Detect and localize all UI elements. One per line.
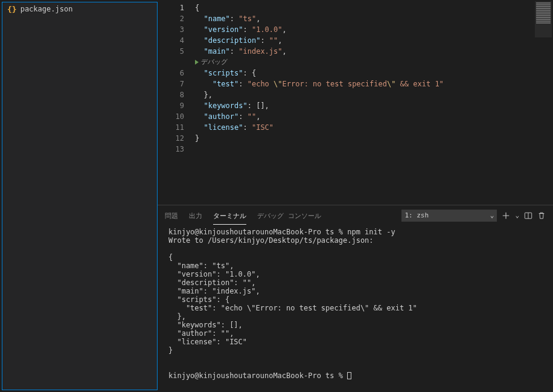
terminal-shell-select[interactable]: 1: zsh ⌄ — [401, 210, 497, 222]
code-line: "version": "1.0.0", — [195, 24, 444, 35]
code-line: "license": "ISC" — [195, 122, 444, 133]
kill-terminal-button[interactable] — [537, 211, 546, 220]
split-terminal-button[interactable] — [524, 211, 532, 220]
tab-debug-console[interactable]: デバッグ コンソール — [257, 207, 321, 224]
panel-actions: 1: zsh ⌄ ⌄ — [401, 210, 546, 222]
tab-problems[interactable]: 問題 — [165, 207, 178, 224]
code-content[interactable]: { "name": "ts", "version": "1.0.0", "des… — [195, 0, 444, 205]
play-icon — [195, 60, 199, 65]
main-area: 12345678910111213 { "name": "ts", "versi… — [158, 0, 553, 392]
explorer-sidebar[interactable]: {} package.json — [2, 2, 158, 390]
code-line: }, — [195, 89, 444, 100]
code-line: "scripts": { — [195, 68, 444, 79]
code-line: "name": "ts", — [195, 13, 444, 24]
shell-select-label: 1: zsh — [404, 211, 429, 219]
code-line: "description": "", — [195, 35, 444, 46]
code-line: { — [195, 2, 444, 13]
json-file-icon: {} — [7, 5, 17, 14]
tab-terminal[interactable]: ターミナル — [213, 207, 246, 225]
minimap[interactable] — [535, 1, 552, 37]
bottom-panel: 問題 出力 ターミナル デバッグ コンソール 1: zsh ⌄ ⌄ — [158, 205, 553, 392]
code-line — [195, 144, 444, 155]
line-number-gutter: 12345678910111213 — [158, 0, 195, 205]
code-line: "author": "", — [195, 111, 444, 122]
panel-header: 問題 出力 ターミナル デバッグ コンソール 1: zsh ⌄ ⌄ — [158, 205, 553, 225]
new-terminal-button[interactable] — [502, 211, 510, 220]
codelens-debug[interactable]: デバッグ — [195, 57, 444, 68]
tab-output[interactable]: 出力 — [189, 207, 202, 224]
chevron-down-icon: ⌄ — [490, 211, 494, 219]
code-line: "test": "echo \"Error: no test specified… — [195, 79, 444, 89]
terminal-text: kinjyo@kinjoushoutarounoMacBook-Pro ts %… — [168, 228, 417, 380]
code-editor[interactable]: 12345678910111213 { "name": "ts", "versi… — [158, 0, 553, 205]
code-line: } — [195, 133, 444, 144]
minimap-lines — [535, 1, 552, 25]
file-item-package-json[interactable]: {} package.json — [2, 2, 157, 16]
code-line: "main": "index.js", — [195, 46, 444, 57]
chevron-down-icon[interactable]: ⌄ — [515, 211, 519, 219]
terminal-output[interactable]: kinjyo@kinjoushoutarounoMacBook-Pro ts %… — [158, 225, 553, 392]
code-line: "keywords": [], — [195, 100, 444, 111]
terminal-cursor — [347, 372, 351, 379]
codelens-label: デバッグ — [201, 57, 228, 68]
file-label: package.json — [21, 5, 73, 13]
